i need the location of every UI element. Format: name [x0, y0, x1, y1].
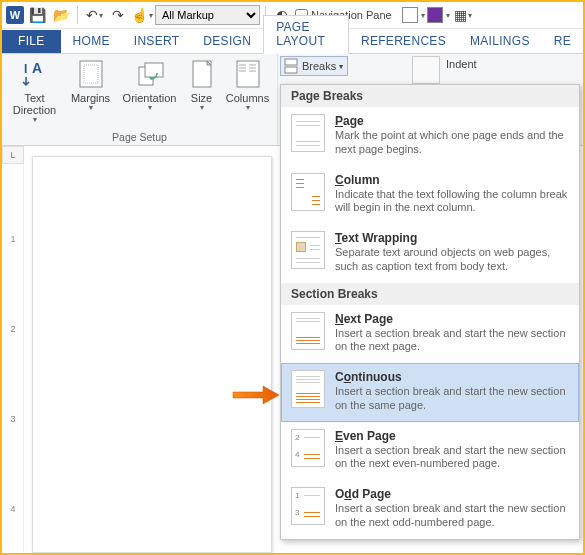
tab-page-layout[interactable]: PAGE LAYOUT	[263, 15, 349, 54]
word-app-icon: W	[6, 6, 24, 24]
menu-desc: Insert a section break and start the new…	[335, 444, 569, 472]
svg-rect-5	[145, 63, 163, 77]
tab-mailings[interactable]: MAILINGS	[458, 30, 542, 53]
indent-group: Indent	[412, 54, 477, 84]
ruler-mark: 3	[2, 414, 24, 424]
breaks-button[interactable]: Breaks ▾	[280, 56, 348, 76]
text-direction-label: Text Direction	[8, 92, 62, 116]
menu-title: Next Page	[335, 312, 569, 326]
size-icon	[186, 58, 218, 90]
svg-text:I: I	[24, 62, 27, 76]
menu-item-column[interactable]: ColumnIndicate that the text following t…	[281, 166, 579, 225]
menu-title: Even Page	[335, 429, 569, 443]
menu-item-page[interactable]: PageMark the point at which one page end…	[281, 107, 579, 166]
columns-button[interactable]: Columns▾	[224, 56, 272, 113]
svg-text:A: A	[32, 60, 42, 76]
tab-references[interactable]: REFERENCES	[349, 30, 458, 53]
separator	[77, 6, 78, 24]
menu-desc: Mark the point at which one page ends an…	[335, 129, 569, 157]
page-break-icon	[291, 114, 325, 152]
ribbon-tabs: FILE HOME INSERT DESIGN PAGE LAYOUT REFE…	[2, 29, 583, 54]
orientation-icon	[134, 58, 166, 90]
word-window: W 💾 📂 ↶▾ ↷ ☝▾ All Markup ◐ Navigation Pa…	[0, 0, 585, 555]
document-page[interactable]	[32, 156, 272, 553]
redo-icon[interactable]: ↷	[107, 4, 129, 26]
touch-mode-icon[interactable]: ☝▾	[131, 4, 153, 26]
open-icon[interactable]: 📂	[50, 4, 72, 26]
size-button[interactable]: Size▾	[182, 56, 222, 113]
next-page-icon	[291, 312, 325, 350]
menu-title: Odd Page	[335, 487, 569, 501]
margins-button[interactable]: Margins▾	[64, 56, 118, 113]
orientation-button[interactable]: Orientation▾	[120, 56, 180, 113]
menu-title: Text Wrapping	[335, 231, 569, 245]
shading-swatch[interactable]	[402, 7, 418, 23]
chevron-down-icon: ▾	[339, 62, 343, 71]
menu-desc: Insert a section break and start the new…	[335, 327, 569, 355]
column-break-icon	[291, 173, 325, 211]
menu-title: Continuous	[335, 370, 569, 384]
menu-item-next-page[interactable]: Next PageInsert a section break and star…	[281, 305, 579, 364]
breaks-menu: Page Breaks PageMark the point at which …	[280, 84, 580, 540]
text-wrapping-icon	[291, 231, 325, 269]
tab-home[interactable]: HOME	[61, 30, 122, 53]
menu-desc: Indicate that the text following the col…	[335, 188, 569, 216]
tab-insert[interactable]: INSERT	[122, 30, 192, 53]
columns-icon	[232, 58, 264, 90]
ruler-mark: 4	[2, 504, 24, 514]
continuous-icon	[291, 370, 325, 408]
menu-desc: Insert a section break and start the new…	[335, 385, 569, 413]
borders-icon[interactable]: ▦▾	[452, 4, 474, 26]
indent-label: Indent	[446, 56, 477, 70]
margins-icon	[75, 58, 107, 90]
menu-item-continuous[interactable]: ContinuousInsert a section break and sta…	[281, 363, 579, 422]
svg-rect-14	[285, 59, 297, 65]
group-page-setup-label: Page Setup	[112, 131, 167, 145]
menu-desc: Separate text around objects on web page…	[335, 246, 569, 274]
tab-file[interactable]: FILE	[2, 30, 61, 53]
markup-dropdown[interactable]: All Markup	[155, 5, 260, 25]
menu-desc: Insert a section break and start the new…	[335, 502, 569, 530]
menu-item-text-wrapping[interactable]: Text WrappingSeparate text around object…	[281, 224, 579, 283]
ruler-mark: 1	[2, 234, 24, 244]
breaks-icon	[283, 58, 299, 74]
menu-section-section-breaks: Section Breaks	[281, 283, 579, 305]
ruler-corner[interactable]: L	[2, 146, 24, 164]
menu-item-even-page[interactable]: 24 Even PageInsert a section break and s…	[281, 422, 579, 481]
text-direction-button[interactable]: IA Text Direction▾	[8, 56, 62, 125]
tab-design[interactable]: DESIGN	[191, 30, 263, 53]
tab-review-partial: RE	[542, 30, 583, 53]
ruler-mark: 2	[2, 324, 24, 334]
menu-item-odd-page[interactable]: 13 Odd PageInsert a section break and st…	[281, 480, 579, 539]
paragraph-icon	[412, 56, 440, 84]
odd-page-icon: 13	[291, 487, 325, 525]
breaks-label: Breaks	[302, 60, 336, 72]
highlight-swatch[interactable]	[427, 7, 443, 23]
undo-icon[interactable]: ↶▾	[83, 4, 105, 26]
vertical-ruler: 1 2 3 4	[2, 164, 24, 553]
menu-title: Page	[335, 114, 569, 128]
save-icon[interactable]: 💾	[26, 4, 48, 26]
svg-rect-15	[285, 67, 297, 73]
menu-title: Column	[335, 173, 569, 187]
menu-section-page-breaks: Page Breaks	[281, 85, 579, 107]
text-direction-icon: IA	[19, 58, 51, 90]
even-page-icon: 24	[291, 429, 325, 467]
